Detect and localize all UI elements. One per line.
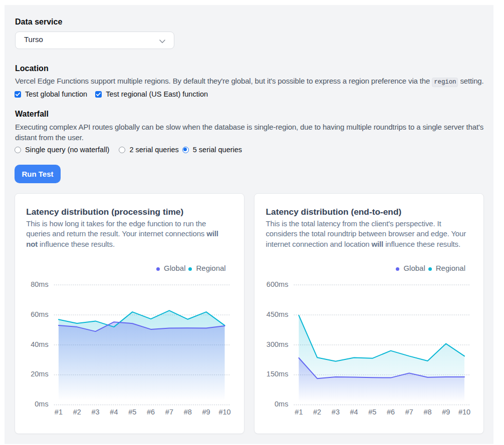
svg-text:60ms: 60ms (31, 310, 48, 318)
svg-text:#1: #1 (55, 408, 63, 416)
svg-text:#4: #4 (350, 408, 358, 416)
svg-text:#2: #2 (73, 408, 81, 416)
svg-text:#10: #10 (218, 408, 230, 416)
svg-text:600ms: 600ms (267, 280, 289, 288)
svg-text:#4: #4 (110, 408, 118, 416)
svg-text:#5: #5 (128, 408, 136, 416)
svg-text:#7: #7 (165, 408, 173, 416)
svg-text:#6: #6 (387, 408, 395, 416)
svg-text:#1: #1 (295, 408, 303, 416)
svg-text:#6: #6 (147, 408, 155, 416)
svg-text:40ms: 40ms (31, 340, 48, 348)
svg-text:#9: #9 (442, 408, 450, 416)
svg-text:150ms: 150ms (267, 370, 289, 378)
svg-text:#7: #7 (405, 408, 413, 416)
svg-text:#10: #10 (458, 408, 470, 416)
svg-text:#5: #5 (368, 408, 376, 416)
svg-text:300ms: 300ms (267, 340, 289, 348)
svg-text:0ms: 0ms (35, 400, 48, 408)
svg-text:#3: #3 (332, 408, 340, 416)
svg-text:#3: #3 (91, 408, 99, 416)
svg-text:#9: #9 (202, 408, 210, 416)
svg-text:450ms: 450ms (267, 310, 289, 318)
svg-text:80ms: 80ms (31, 280, 48, 288)
svg-text:#2: #2 (313, 408, 321, 416)
svg-text:#8: #8 (183, 408, 191, 416)
svg-text:20ms: 20ms (31, 370, 48, 378)
svg-text:0ms: 0ms (275, 400, 288, 408)
svg-text:#8: #8 (423, 408, 431, 416)
